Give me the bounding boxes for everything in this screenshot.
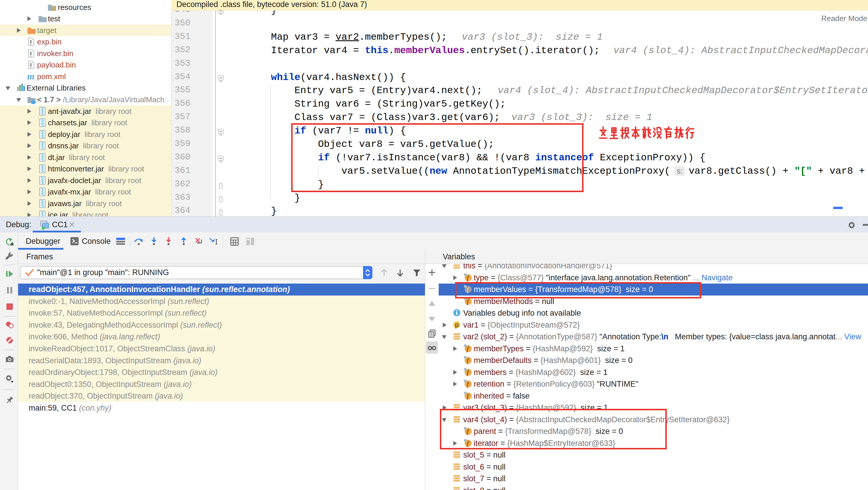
svg-text:p: p <box>455 321 459 329</box>
svg-text:m: m <box>27 72 34 81</box>
